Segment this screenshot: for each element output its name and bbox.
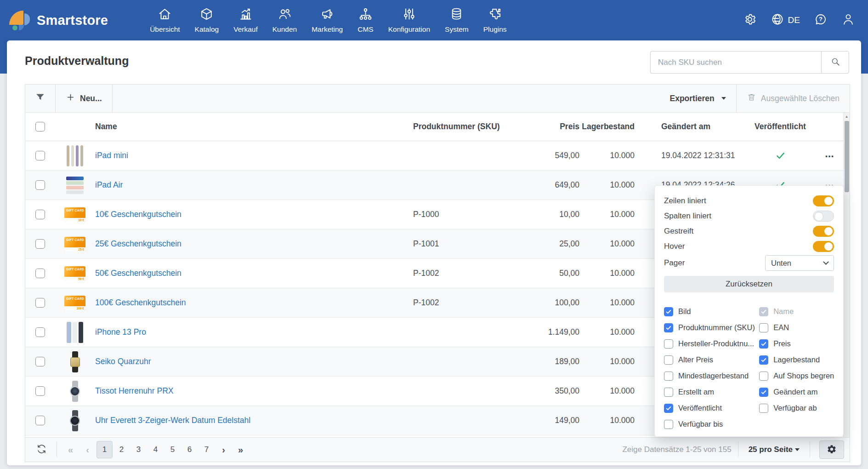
account-button[interactable] (841, 12, 855, 28)
previous-page-button[interactable]: ‹ (79, 441, 96, 458)
refresh-button[interactable] (31, 444, 52, 456)
header-stock[interactable]: Lagerbestand (580, 122, 635, 132)
checkbox[interactable] (759, 404, 768, 413)
filter-button[interactable] (25, 85, 56, 112)
row-checkbox[interactable] (35, 298, 45, 308)
page-button-2[interactable]: 2 (113, 441, 130, 458)
toggle-zeilen-liniert[interactable] (813, 195, 834, 206)
checkbox[interactable] (664, 404, 673, 413)
header-price[interactable]: Preis (511, 122, 580, 132)
nav-item-konfiguration[interactable]: Konfiguration (382, 4, 436, 36)
row-checkbox[interactable] (35, 210, 45, 219)
toggle-spalten-liniert[interactable] (813, 211, 834, 222)
column-checkbox-produktnummer-sku[interactable]: Produktnummer (SKU) (664, 320, 759, 336)
header-name[interactable]: Name (95, 122, 406, 132)
row-checkbox[interactable] (35, 180, 45, 190)
page-button-6[interactable]: 6 (182, 441, 198, 458)
first-page-button[interactable]: « (62, 441, 79, 458)
checkbox[interactable] (664, 372, 673, 381)
page-button-5[interactable]: 5 (165, 441, 181, 458)
row-checkbox[interactable] (35, 327, 45, 337)
checkbox[interactable] (759, 355, 768, 365)
header-modified[interactable]: Geändert am (635, 122, 750, 132)
language-button[interactable]: DE (771, 12, 800, 28)
export-button[interactable]: Exportieren (660, 85, 737, 112)
scrollbar-thumb[interactable] (845, 121, 849, 192)
checkbox[interactable] (664, 339, 673, 349)
search-input[interactable] (650, 51, 821, 74)
product-name-link[interactable]: Uhr Everett 3-Zeiger-Werk Datum Edelstah… (95, 416, 250, 425)
column-checkbox-verfugbar-ab[interactable]: Verfügbar ab (759, 400, 834, 416)
new-product-button[interactable]: Neu... (56, 85, 113, 112)
nav-item-plugins[interactable]: Plugins (477, 4, 513, 36)
checkbox[interactable] (664, 355, 673, 365)
toggle-gestreift[interactable] (813, 226, 834, 237)
header-sku[interactable]: Produktnummer (SKU) (406, 122, 511, 132)
column-checkbox-verfugbar-bis[interactable]: Verfügbar bis (664, 416, 759, 432)
column-checkbox-auf-shops-begrenzt[interactable]: Auf Shops begrenzt (759, 368, 834, 384)
product-name-link[interactable]: Seiko Quarzuhr (95, 357, 151, 366)
page-button-4[interactable]: 4 (148, 441, 164, 458)
nav-item-verkauf[interactable]: Verkauf (227, 4, 264, 36)
checkbox[interactable] (759, 339, 768, 349)
pager-position-select[interactable]: Unten (765, 255, 834, 271)
checkbox[interactable] (664, 323, 673, 332)
product-name-link[interactable]: 10€ Geschenkgutschein (95, 210, 182, 219)
checkbox[interactable] (664, 307, 673, 316)
column-checkbox-veroffentlicht[interactable]: Veröffentlicht (664, 400, 759, 416)
product-name-link[interactable]: 50€ Geschenkgutschein (95, 269, 182, 278)
page-button-7[interactable]: 7 (199, 441, 215, 458)
reset-button[interactable]: Zurücksetzen (664, 276, 834, 292)
row-checkbox[interactable] (35, 416, 45, 425)
product-name-link[interactable]: Tissot Herrenuhr PRX (95, 386, 174, 395)
column-checkbox-erstellt-am[interactable]: Erstellt am (664, 384, 759, 400)
nav-item-katalog[interactable]: Katalog (189, 4, 225, 36)
header-published[interactable]: Veröffentlicht (750, 122, 810, 132)
column-checkbox-mindestlagerbestand[interactable]: Mindestlagerbestand (664, 368, 759, 384)
table-scrollbar[interactable]: ▲ (843, 113, 850, 437)
column-checkbox-hersteller-produktnu[interactable]: Hersteller-Produktnu... (664, 336, 759, 352)
product-name-link[interactable]: 100€ Geschenkgutschein (95, 298, 186, 307)
scroll-up-icon[interactable]: ▲ (845, 113, 849, 120)
page-button-3[interactable]: 3 (130, 441, 147, 458)
settings-button[interactable] (743, 12, 757, 28)
checkbox[interactable] (759, 388, 768, 397)
column-checkbox-preis[interactable]: Preis (759, 336, 834, 352)
nav-item-kunden[interactable]: Kunden (267, 4, 303, 36)
checkbox[interactable] (664, 420, 673, 429)
search-button[interactable] (821, 51, 849, 74)
delete-selected-button[interactable]: Ausgewählte Löschen (737, 85, 850, 112)
row-checkbox[interactable] (35, 357, 45, 366)
nav-item-cms[interactable]: CMS (352, 4, 379, 36)
row-checkbox[interactable] (35, 239, 45, 249)
row-checkbox[interactable] (35, 151, 45, 160)
row-checkbox[interactable] (35, 269, 45, 278)
column-checkbox-bild[interactable]: Bild (664, 303, 759, 320)
grid-settings-button[interactable] (819, 440, 844, 459)
nav-item-ubersicht[interactable]: Übersicht (144, 4, 186, 36)
nav-item-system[interactable]: System (439, 4, 475, 36)
product-name-link[interactable]: iPad mini (95, 151, 128, 160)
toggle-hover[interactable] (813, 241, 834, 252)
page-size-select[interactable]: 25 pro Seite (743, 445, 805, 454)
column-checkbox-geandert-am[interactable]: Geändert am (759, 384, 834, 400)
column-checkbox-ean[interactable]: EAN (759, 320, 834, 336)
product-name-link[interactable]: iPhone 13 Pro (95, 327, 146, 337)
column-checkbox-alter-preis[interactable]: Alter Preis (664, 352, 759, 368)
help-button[interactable]: ? (814, 12, 828, 28)
column-checkbox-lagerbestand[interactable]: Lagerbestand (759, 352, 834, 368)
product-name-link[interactable]: 25€ Geschenkgutschein (95, 239, 182, 248)
brand[interactable]: Smartstore (8, 9, 108, 31)
row-actions-button[interactable]: ••• (825, 153, 834, 160)
page-button-1[interactable]: 1 (96, 441, 113, 458)
checkbox[interactable] (759, 372, 768, 381)
column-checkbox-name[interactable]: Name (759, 303, 834, 320)
last-page-button[interactable]: » (233, 441, 249, 458)
next-page-button[interactable]: › (216, 441, 232, 458)
nav-item-marketing[interactable]: Marketing (306, 4, 349, 36)
checkbox[interactable] (759, 323, 768, 332)
select-all-checkbox[interactable] (35, 122, 45, 132)
checkbox[interactable] (664, 388, 673, 397)
row-checkbox[interactable] (35, 386, 45, 396)
product-name-link[interactable]: iPad Air (95, 180, 123, 189)
